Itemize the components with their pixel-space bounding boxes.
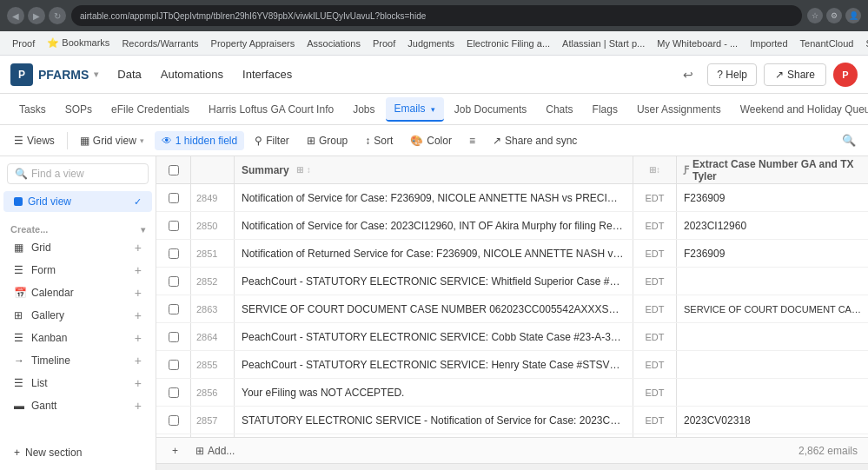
- grid-view-button[interactable]: ▦ Grid view ▾: [73, 131, 151, 150]
- tab-job-documents[interactable]: Job Documents: [446, 98, 535, 121]
- bookmark-icon[interactable]: ☆: [807, 8, 823, 23]
- address-bar[interactable]: airtable.com/appmpIJTbQepIvtmp/tblren29h…: [71, 5, 802, 26]
- row-checkbox-2851[interactable]: [156, 240, 191, 267]
- table-row[interactable]: 2855 PeachCourt - STATUTORY ELECTRONIC S…: [156, 351, 868, 379]
- refresh-button[interactable]: ↻: [49, 7, 66, 24]
- nav-automations[interactable]: Automations: [152, 63, 232, 86]
- search-toolbar-button[interactable]: 🔍: [837, 129, 861, 153]
- nav-data[interactable]: Data: [109, 63, 149, 86]
- undo-button[interactable]: ↩: [676, 63, 700, 87]
- row-case-2864[interactable]: [677, 323, 868, 350]
- back-button[interactable]: ◀: [7, 7, 24, 24]
- forward-button[interactable]: ▶: [28, 7, 45, 24]
- table-row[interactable]: 2863 SERVICE OF COURT DOCUMENT CASE NUMB…: [156, 295, 868, 323]
- hidden-field-button[interactable]: 👁 1 hidden field: [155, 131, 244, 150]
- sidebar-item-list[interactable]: ☰ List +: [3, 372, 152, 394]
- views-button[interactable]: ☰ Views: [7, 131, 62, 150]
- row-checkbox-2863[interactable]: [156, 295, 191, 322]
- tab-weekend-holiday[interactable]: Weekend and Holiday Queue: [732, 98, 868, 121]
- row-summary-2863[interactable]: SERVICE OF COURT DOCUMENT CASE NUMBER 06…: [235, 295, 633, 322]
- bookmark-assoc[interactable]: Associations: [301, 36, 366, 50]
- row-summary-2856[interactable]: Your eFiling was NOT ACCEPTED.: [235, 379, 633, 406]
- color-button[interactable]: 🎨 Color: [403, 131, 459, 150]
- row-summary-2851[interactable]: Notification of Returned Service for Cas…: [235, 240, 633, 267]
- row-case-2857[interactable]: 2023CV02318: [677, 407, 868, 434]
- profile-icon[interactable]: 👤: [845, 8, 861, 23]
- sidebar-list-plus-icon[interactable]: +: [135, 376, 142, 390]
- bookmark-atlassian[interactable]: Atlassian | Start p...: [557, 36, 650, 50]
- tab-flags[interactable]: Flags: [584, 98, 626, 121]
- bookmark-records[interactable]: Records/Warrants: [116, 36, 203, 50]
- tab-efile-credentials[interactable]: eFile Credentials: [103, 98, 198, 121]
- table-row[interactable]: 2849 Notification of Service for Case: F…: [156, 184, 868, 212]
- add-record-button[interactable]: +: [167, 443, 183, 459]
- sidebar-item-calendar[interactable]: 📅 Calendar +: [3, 281, 152, 304]
- table-row[interactable]: 2864 PeachCourt - STATUTORY ELECTRONIC S…: [156, 323, 868, 351]
- bookmark-judgments[interactable]: Judgments: [402, 36, 460, 50]
- row-case-2863[interactable]: SERVICE OF COURT DOCUMENT CASE NUMBER 06…: [677, 295, 868, 322]
- select-all-checkbox[interactable]: [169, 165, 179, 175]
- table-row[interactable]: 2857 STATUTORY ELECTRONIC SERVICE - Noti…: [156, 407, 868, 434]
- row-checkbox-2857[interactable]: [156, 407, 191, 434]
- table-row[interactable]: 2851 Notification of Returned Service fo…: [156, 240, 868, 268]
- sidebar-item-gantt[interactable]: ▬ Gantt +: [3, 394, 152, 417]
- sidebar-calendar-plus-icon[interactable]: +: [135, 286, 142, 300]
- row-case-2849[interactable]: F236909: [677, 184, 868, 211]
- bookmark-imported[interactable]: Imported: [745, 36, 792, 50]
- sidebar-item-grid-view[interactable]: Grid view ✓: [3, 191, 152, 212]
- bookmark-proof2[interactable]: Proof: [368, 36, 401, 50]
- row-checkbox-2855[interactable]: [156, 351, 191, 378]
- row-case-2852[interactable]: [677, 268, 868, 295]
- bookmark-bookmarks[interactable]: ⭐ Bookmarks: [42, 36, 115, 50]
- row-checkbox-2852[interactable]: [156, 268, 191, 295]
- row-summary-2864[interactable]: PeachCourt - STATUTORY ELECTRONIC SERVIC…: [235, 323, 633, 350]
- table-row[interactable]: 2856 Your eFiling was NOT ACCEPTED. EDT: [156, 379, 868, 407]
- help-button[interactable]: ? Help: [707, 63, 757, 86]
- row-summary-2857[interactable]: STATUTORY ELECTRONIC SERVICE - Notificat…: [235, 407, 633, 434]
- row-summary-2852[interactable]: PeachCourt - STATUTORY ELECTRONIC SERVIC…: [235, 268, 633, 295]
- bookmark-whiteboard[interactable]: My Whiteboard - ...: [652, 36, 743, 50]
- sidebar-gantt-plus-icon[interactable]: +: [135, 399, 142, 413]
- table-row[interactable]: 2850 Notification of Service for Case: 2…: [156, 212, 868, 240]
- sort-button[interactable]: ↕ Sort: [358, 131, 400, 150]
- bookmark-tenantcloud[interactable]: TenantCloud: [795, 36, 859, 50]
- row-checkbox-2850[interactable]: [156, 212, 191, 239]
- app-logo[interactable]: P PFARMS ▾: [10, 63, 98, 86]
- bookmark-stonks[interactable]: Stonks: [860, 36, 868, 50]
- table-row[interactable]: 2852 PeachCourt - STATUTORY ELECTRONIC S…: [156, 268, 868, 295]
- sidebar-item-kanban[interactable]: ☰ Kanban +: [3, 327, 152, 349]
- sidebar-item-timeline[interactable]: → Timeline +: [3, 349, 152, 372]
- row-summary-2855[interactable]: PeachCourt - STATUTORY ELECTRONIC SERVIC…: [235, 351, 633, 378]
- share-sync-button[interactable]: ↗ Share and sync: [486, 131, 584, 150]
- sidebar-grid-plus-icon[interactable]: +: [135, 241, 142, 255]
- new-section-button[interactable]: + New section: [3, 442, 152, 463]
- sidebar-item-form[interactable]: ☰ Form +: [3, 259, 152, 281]
- horizontal-scrollbar[interactable]: [156, 463, 868, 470]
- sidebar-form-plus-icon[interactable]: +: [135, 263, 142, 277]
- row-checkbox-2849[interactable]: [156, 184, 191, 211]
- bookmark-property[interactable]: Property Appraisers: [206, 36, 301, 50]
- add-desc-button[interactable]: ⊞ Add...: [190, 443, 240, 459]
- tab-tasks[interactable]: Tasks: [10, 98, 55, 121]
- list-icon-button[interactable]: ≡: [462, 131, 482, 150]
- row-case-2851[interactable]: F236909: [677, 240, 868, 267]
- row-checkbox-2864[interactable]: [156, 323, 191, 350]
- extension-icon[interactable]: ⚙: [826, 8, 842, 23]
- bookmark-proof[interactable]: Proof: [7, 36, 40, 50]
- user-avatar[interactable]: P: [833, 63, 858, 87]
- row-summary-2850[interactable]: Notification of Service for Case: 2023CI…: [235, 212, 633, 239]
- sidebar-search[interactable]: 🔍 Find a view: [7, 163, 149, 184]
- nav-interfaces[interactable]: Interfaces: [234, 63, 301, 86]
- row-case-2855[interactable]: [677, 351, 868, 378]
- tab-harris-loftus[interactable]: Harris Loftus GA Court Info: [200, 98, 342, 121]
- sidebar-create-section[interactable]: Create... ▾: [0, 219, 156, 236]
- sidebar-gallery-plus-icon[interactable]: +: [135, 308, 142, 322]
- tab-jobs[interactable]: Jobs: [344, 98, 383, 121]
- group-button[interactable]: ⊞ Group: [300, 131, 354, 150]
- tab-chats[interactable]: Chats: [537, 98, 581, 121]
- sidebar-kanban-plus-icon[interactable]: +: [135, 331, 142, 345]
- sidebar-item-gallery[interactable]: ⊞ Gallery +: [3, 304, 152, 327]
- bookmark-efiling[interactable]: Electronic Filing a...: [461, 36, 555, 50]
- tab-emails[interactable]: Emails ▾: [386, 97, 444, 122]
- share-button[interactable]: ↗ Share: [764, 63, 826, 86]
